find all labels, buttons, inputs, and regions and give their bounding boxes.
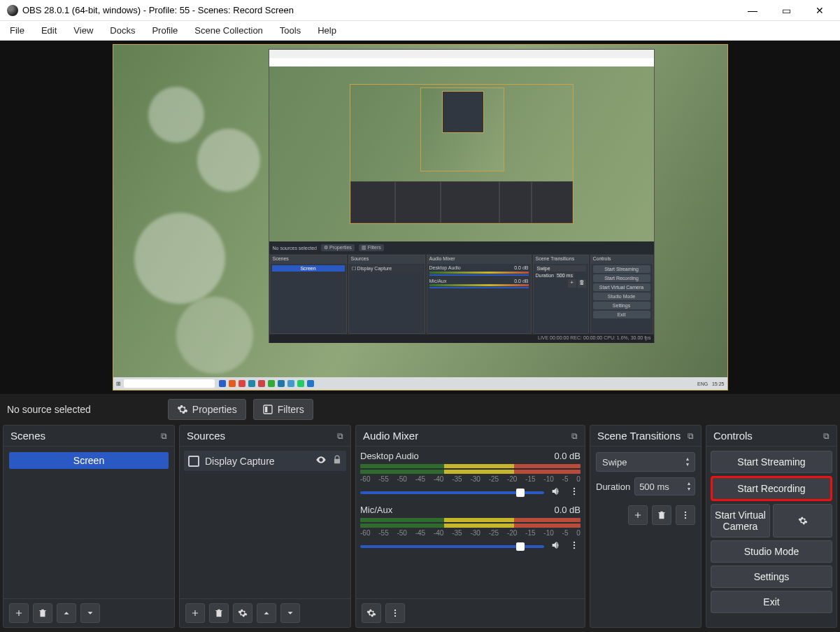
obs-logo-icon (7, 5, 18, 16)
nested-properties-button: ⚙ Properties (321, 244, 355, 251)
controls-panel: Controls ⧉ Start Streaming Start Recordi… (706, 425, 837, 628)
svg-point-4 (574, 493, 575, 495)
audio-channel: Desktop Audio0.0 dB -60-55-50-45-40-35-3… (360, 451, 581, 499)
speaker-icon[interactable] (550, 486, 562, 499)
transitions-popout-icon[interactable]: ⧉ (688, 431, 694, 441)
svg-point-8 (394, 610, 396, 611)
close-button[interactable]: ✕ (809, 0, 830, 21)
settings-button[interactable]: Settings (711, 566, 832, 588)
nested-transitions-header: Scene Transitions (534, 255, 588, 264)
bokeh-circle (134, 213, 225, 304)
start-recording-button[interactable]: Start Recording (711, 476, 832, 501)
audio-settings-button[interactable] (362, 603, 381, 623)
add-scene-button[interactable] (9, 603, 29, 623)
nested-menubar (269, 58, 654, 66)
nested-titlebar (269, 50, 654, 58)
chevron-up-icon (262, 608, 271, 618)
audio-menu-button[interactable] (385, 603, 405, 623)
remove-transition-button[interactable] (652, 505, 671, 525)
dots-vertical-icon (390, 608, 400, 618)
minimize-button[interactable]: — (742, 0, 763, 21)
add-source-button[interactable] (185, 603, 205, 623)
nested-settings: Settings (593, 302, 650, 309)
scene-up-button[interactable] (57, 603, 76, 623)
exit-button[interactable]: Exit (711, 591, 832, 613)
audio-popout-icon[interactable]: ⧉ (571, 431, 578, 441)
preview-canvas[interactable]: No sources selected ⚙ Properties ▥ Filte… (113, 44, 728, 391)
menu-profile[interactable]: Profile (148, 22, 182, 38)
menu-file[interactable]: File (6, 22, 29, 38)
menu-docks[interactable]: Docks (106, 22, 139, 38)
nested-audio-header: Audio Mixer (427, 255, 531, 264)
sources-panel: Sources ⧉ Display Capture (179, 425, 351, 628)
transition-menu-button[interactable] (676, 505, 695, 525)
audio-channel-menu[interactable] (568, 486, 581, 498)
menu-edit[interactable]: Edit (37, 22, 61, 38)
add-transition-button[interactable] (628, 505, 648, 525)
duration-input[interactable]: 500 ms ▴▾ (634, 477, 695, 496)
source-up-button[interactable] (257, 603, 276, 623)
window-titlebar: OBS 28.0.1 (64-bit, windows) - Profile: … (0, 0, 840, 21)
scene-down-button[interactable] (80, 603, 100, 623)
audio-channel-menu[interactable] (568, 540, 581, 552)
controls-popout-icon[interactable]: ⧉ (823, 431, 830, 441)
transition-selected-label: Swipe (602, 457, 627, 468)
start-streaming-button[interactable]: Start Streaming (711, 451, 832, 473)
chevron-up-icon (62, 608, 71, 618)
menu-tools[interactable]: Tools (276, 22, 305, 38)
properties-button[interactable]: Properties (168, 399, 246, 420)
audio-ticks: -60-55-50-45-40-35-30-25-20-15-10-50 (360, 475, 581, 483)
duration-label: Duration (596, 482, 630, 492)
audio-volume-slider[interactable] (360, 491, 544, 494)
audio-meter (360, 464, 581, 468)
remove-source-button[interactable] (209, 603, 229, 623)
no-source-label: No source selected (7, 404, 91, 415)
menu-scene-collection[interactable]: Scene Collection (190, 22, 267, 38)
menu-view[interactable]: View (69, 22, 97, 38)
audio-channel-level: 0.0 dB (554, 505, 581, 515)
studio-mode-button[interactable]: Studio Mode (711, 540, 832, 563)
svg-point-5 (574, 542, 575, 543)
menu-help[interactable]: Help (313, 22, 341, 38)
source-toolbar: No source selected Properties Filters (0, 394, 840, 425)
source-properties-button[interactable] (233, 603, 252, 623)
nested-source-item: ☐ Display Capture (350, 265, 423, 272)
audio-header: Audio Mixer (363, 430, 418, 442)
nested-start-virtual-camera: Start Virtual Camera (593, 283, 650, 291)
audio-channel-name: Desktop Audio (360, 451, 419, 461)
chevron-down-icon (285, 608, 295, 618)
duration-stepper[interactable]: ▴▾ (688, 481, 690, 492)
filters-icon (262, 404, 273, 415)
filters-button[interactable]: Filters (253, 399, 313, 420)
start-virtual-camera-button[interactable]: Start Virtual Camera (711, 504, 770, 538)
scene-item-screen[interactable]: Screen (9, 452, 169, 469)
trash-icon (214, 608, 224, 618)
bokeh-circle (176, 297, 253, 374)
source-down-button[interactable] (280, 603, 300, 623)
audio-volume-slider[interactable] (360, 545, 544, 548)
display-icon (188, 456, 199, 467)
sources-popout-icon[interactable]: ⧉ (337, 431, 343, 441)
audio-channel: Mic/Aux0.0 dB -60-55-50-45-40-35-30-25-2… (360, 505, 581, 553)
scenes-popout-icon[interactable]: ⧉ (161, 431, 167, 441)
virtual-camera-settings-button[interactable] (773, 504, 832, 538)
menubar: File Edit View Docks Profile Scene Colle… (0, 21, 840, 41)
lock-icon[interactable] (332, 455, 342, 467)
nested-scene-item: Screen (272, 265, 345, 272)
chevron-down-icon (85, 608, 95, 618)
trash-icon (38, 608, 48, 618)
speaker-icon[interactable] (550, 540, 562, 553)
scenes-header: Scenes (10, 430, 45, 442)
transition-stepper[interactable]: ▴▾ (686, 456, 689, 468)
nested-studio-mode: Studio Mode (593, 293, 650, 300)
maximize-button[interactable]: ▭ (776, 0, 797, 21)
svg-point-3 (574, 491, 575, 492)
transition-select[interactable]: Swipe ▴▾ (596, 452, 695, 472)
audio-meter (360, 518, 581, 522)
svg-point-7 (574, 547, 575, 549)
source-item-display-capture[interactable]: Display Capture (184, 451, 346, 471)
remove-scene-button[interactable] (33, 603, 52, 623)
audio-meter (360, 470, 581, 474)
plus-icon (633, 510, 643, 520)
visibility-toggle-icon[interactable] (315, 454, 327, 468)
